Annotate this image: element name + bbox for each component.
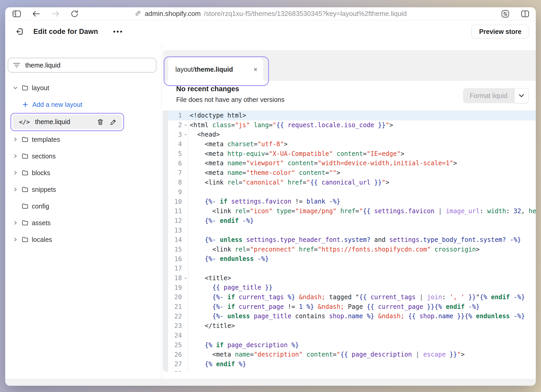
code-line-14[interactable]: {%- unless settings.type_header_font.sys… bbox=[188, 235, 536, 245]
folder-icon bbox=[21, 219, 32, 226]
window-bottom-band bbox=[5, 379, 536, 386]
code-line-2[interactable]: <html class="js" lang="{{ request.locale… bbox=[188, 120, 536, 130]
code-line-10[interactable]: {%- if settings.favicon != blank -%} bbox=[188, 197, 536, 206]
file-search[interactable] bbox=[8, 58, 156, 72]
close-icon[interactable]: × bbox=[254, 65, 257, 74]
code-line-8[interactable]: <link rel="canonical" href="{{ canonical… bbox=[188, 178, 536, 187]
back-icon[interactable] bbox=[32, 10, 40, 17]
tree-item-config[interactable]: config bbox=[5, 198, 162, 215]
folder-label: sections bbox=[32, 152, 56, 160]
line-number-16: 16 bbox=[168, 254, 188, 264]
chevron-right-icon[interactable] bbox=[13, 137, 21, 142]
line-number-gutter: 1234567891011121314151617181920212223242… bbox=[168, 111, 188, 372]
code-line-1[interactable]: <!doctype html> bbox=[188, 111, 536, 120]
chevron-down-icon[interactable] bbox=[514, 88, 529, 103]
chevron-right-icon[interactable] bbox=[13, 153, 21, 159]
line-number-3: 3 bbox=[168, 130, 188, 139]
line-number-20: 20 bbox=[168, 292, 188, 302]
code-lines[interactable]: <!doctype html><html class="js" lang="{{… bbox=[188, 111, 536, 372]
address-bar[interactable]: admin.shopify.com/store/rzq1xu-f5/themes… bbox=[134, 7, 407, 20]
tab-theme-liquid[interactable]: layout/theme.liquid × bbox=[168, 58, 263, 81]
folder-icon bbox=[21, 136, 32, 143]
format-liquid-button[interactable]: Format liquid bbox=[463, 88, 514, 103]
tab-dir-label: layout/ bbox=[175, 66, 195, 73]
preview-store-button[interactable]: Preview store bbox=[471, 25, 529, 38]
code-line-3[interactable]: <head> bbox=[188, 130, 536, 139]
format-liquid-split-button: Format liquid bbox=[463, 88, 529, 103]
code-line-13[interactable] bbox=[188, 225, 536, 235]
folder-icon bbox=[21, 152, 32, 160]
chevron-right-icon[interactable] bbox=[13, 170, 21, 176]
tree-item-add-a-new-layout[interactable]: Add a new layout bbox=[5, 96, 162, 113]
tree-item-layout[interactable]: layout bbox=[5, 79, 162, 96]
search-input[interactable] bbox=[25, 61, 150, 69]
fold-chevron-icon[interactable] bbox=[183, 133, 188, 137]
code-line-17[interactable] bbox=[188, 264, 536, 273]
chevron-right-icon[interactable] bbox=[13, 220, 21, 226]
chevron-right-icon[interactable] bbox=[13, 237, 21, 242]
tree-item-blocks[interactable]: blocks bbox=[5, 164, 162, 181]
exit-icon[interactable] bbox=[15, 27, 24, 36]
trash-icon[interactable] bbox=[97, 118, 104, 126]
code-line-18[interactable]: <title> bbox=[188, 273, 536, 283]
edit-icon[interactable] bbox=[110, 118, 117, 126]
code-line-11[interactable]: <link rel="icon" type="image/png" href="… bbox=[188, 206, 536, 216]
code-editor[interactable]: 1234567891011121314151617181920212223242… bbox=[163, 111, 536, 372]
code-line-16[interactable]: {%- endunless -%} bbox=[188, 254, 536, 264]
fold-chevron-icon[interactable] bbox=[183, 123, 188, 127]
tree-item-snippets[interactable]: snippets bbox=[5, 181, 162, 198]
line-number-25: 25 bbox=[168, 340, 188, 350]
folder-label: templates bbox=[32, 136, 60, 143]
code-line-27[interactable]: {% endif %} bbox=[188, 359, 536, 369]
code-line-5[interactable]: <meta http-equiv="X-UA-Compatible" conte… bbox=[188, 149, 536, 159]
code-line-23[interactable]: </title> bbox=[188, 321, 536, 331]
sidebar-toggle-icon[interactable] bbox=[13, 10, 21, 17]
line-number-8: 8 bbox=[168, 178, 188, 187]
tree-item-sections[interactable]: sections bbox=[5, 148, 162, 164]
split-view-icon[interactable] bbox=[521, 10, 529, 17]
code-line-28[interactable] bbox=[188, 369, 536, 372]
line-number-7: 7 bbox=[168, 168, 188, 178]
tree-item-assets[interactable]: assets bbox=[5, 215, 162, 231]
line-number-15: 15 bbox=[168, 245, 188, 254]
editor-left-rail bbox=[163, 111, 168, 372]
folder-icon bbox=[21, 236, 32, 243]
code-line-22[interactable]: {%- unless page_title contains shop.name… bbox=[188, 311, 536, 321]
line-number-11: 11 bbox=[168, 206, 188, 216]
browser-settings-icon[interactable] bbox=[501, 10, 509, 18]
content-area: layoutAdd a new layout</>theme.liquidtem… bbox=[5, 43, 536, 379]
tree-item-locales[interactable]: locales bbox=[5, 231, 162, 248]
version-subtitle: File does not have any other versions bbox=[176, 96, 285, 103]
chevron-right-icon[interactable] bbox=[13, 187, 21, 192]
selected-file-ring: </>theme.liquid bbox=[10, 113, 124, 131]
page-title: Edit code for Dawn bbox=[33, 28, 98, 36]
code-line-19[interactable]: {{ page_title }} bbox=[188, 283, 536, 292]
code-line-21[interactable]: {%- if current_page != 1 %} &ndash; Page… bbox=[188, 302, 536, 312]
refresh-icon[interactable] bbox=[71, 10, 78, 18]
folder-icon bbox=[21, 169, 32, 176]
code-line-20[interactable]: {%- if current_tags %} &ndash; tagged "{… bbox=[188, 292, 536, 302]
code-line-12[interactable]: {%- endif -%} bbox=[188, 216, 536, 226]
line-number-6: 6 bbox=[168, 158, 188, 168]
overflow-menu-icon[interactable]: ••• bbox=[113, 28, 123, 36]
chevron-down-icon[interactable] bbox=[13, 85, 21, 91]
file-label: theme.liquid bbox=[35, 118, 70, 126]
code-line-6[interactable]: <meta name="viewport" content="width=dev… bbox=[188, 158, 536, 168]
fold-chevron-icon[interactable] bbox=[183, 276, 188, 280]
code-line-25[interactable]: {% if page_description %} bbox=[188, 340, 536, 350]
tab-file-label: theme.liquid bbox=[195, 66, 233, 73]
code-line-7[interactable]: <meta name="theme-color" content=""> bbox=[188, 168, 536, 178]
code-line-24[interactable] bbox=[188, 331, 536, 340]
line-number-18: 18 bbox=[168, 273, 188, 283]
tree-item-theme.liquid[interactable]: </>theme.liquid bbox=[13, 115, 122, 129]
code-line-26[interactable]: <meta name="description" content="{{ pag… bbox=[188, 350, 536, 359]
code-line-4[interactable]: <meta charset="utf-8"> bbox=[188, 139, 536, 149]
forward-icon[interactable] bbox=[52, 10, 59, 17]
browser-window: admin.shopify.com/store/rzq1xu-f5/themes… bbox=[5, 7, 536, 386]
tab-bar: layout/theme.liquid × bbox=[163, 50, 536, 81]
version-header: No recent changes File does not have any… bbox=[163, 81, 536, 111]
code-line-15[interactable]: <link rel="preconnect" href="https://fon… bbox=[188, 245, 536, 254]
link-icon bbox=[134, 10, 142, 18]
code-line-9[interactable] bbox=[188, 187, 536, 197]
tree-item-templates[interactable]: templates bbox=[5, 131, 162, 148]
